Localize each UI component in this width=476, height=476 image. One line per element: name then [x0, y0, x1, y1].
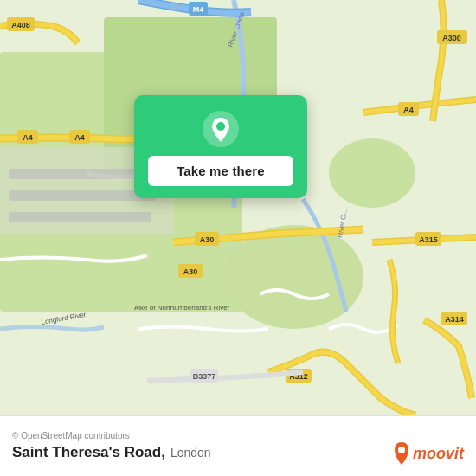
svg-text:M4: M4 [193, 5, 204, 14]
svg-point-40 [398, 447, 405, 453]
take-me-there-button[interactable]: Take me there [148, 156, 293, 186]
map-background: A4 A4 A30 A408 A4 A300 M4 A315 [0, 0, 476, 415]
svg-rect-36 [9, 212, 151, 222]
svg-text:A30: A30 [183, 267, 198, 276]
map-container: A4 A4 A30 A408 A4 A300 M4 A315 [0, 0, 476, 415]
svg-point-4 [329, 138, 415, 208]
svg-text:A408: A408 [11, 21, 30, 29]
bottom-bar: © OpenStreetMap contributors Saint There… [0, 415, 476, 476]
svg-point-3 [225, 225, 363, 329]
svg-text:A300: A300 [442, 34, 461, 42]
location-name: Saint Theresa's Road, [12, 444, 165, 461]
svg-text:A315: A315 [419, 235, 438, 244]
svg-point-39 [216, 122, 225, 131]
svg-text:A4: A4 [74, 133, 85, 142]
svg-text:A4: A4 [23, 133, 33, 142]
moovit-pin-icon [392, 441, 411, 466]
svg-text:A30: A30 [200, 235, 215, 244]
svg-text:A314: A314 [445, 315, 464, 324]
moovit-logo: moovit [392, 441, 464, 466]
svg-text:A4: A4 [403, 106, 414, 114]
location-pin-icon [203, 111, 239, 147]
location-popup: Take me there [134, 95, 307, 198]
map-attribution: © OpenStreetMap contributors [12, 431, 464, 441]
svg-text:B3377: B3377 [193, 372, 216, 381]
location-city: London [170, 446, 211, 460]
svg-text:Aike of Northumberland's River: Aike of Northumberland's River [134, 304, 230, 312]
moovit-brand-name: moovit [413, 445, 464, 463]
